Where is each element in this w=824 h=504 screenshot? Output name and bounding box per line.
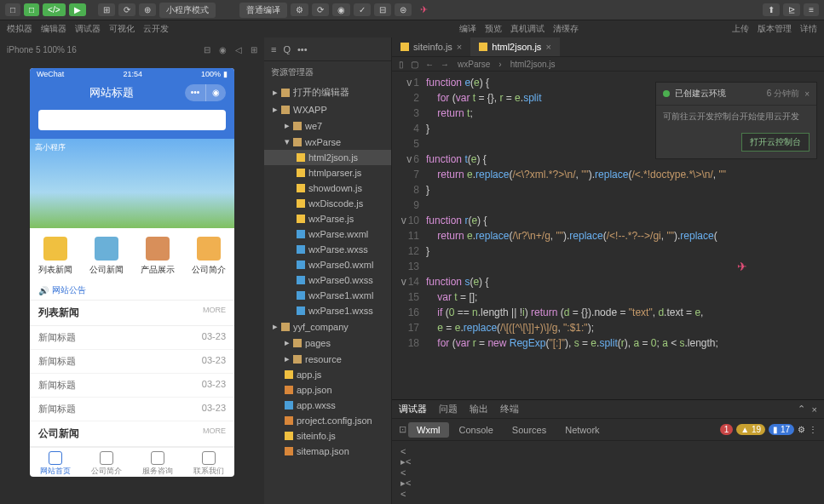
- tree-item[interactable]: ▸ yyf_company: [264, 318, 391, 335]
- tree-item[interactable]: wxParse0.wxml: [264, 257, 391, 272]
- tab-cloud[interactable]: 云开发: [143, 23, 169, 35]
- tree-item[interactable]: wxDiscode.js: [264, 196, 391, 211]
- menu-icon[interactable]: ≡: [271, 44, 276, 54]
- more-link[interactable]: MORE: [203, 427, 226, 441]
- tb-btn[interactable]: </>: [43, 3, 65, 16]
- upload-label[interactable]: 上传: [732, 23, 749, 35]
- editor-tab[interactable]: html2json.js×: [470, 37, 560, 56]
- crumb[interactable]: wxParse: [458, 60, 490, 69]
- close-icon[interactable]: ×: [812, 404, 817, 415]
- dbg-top-tab[interactable]: 调试器: [399, 403, 427, 415]
- tree-item[interactable]: wxParse.wxss: [264, 242, 391, 257]
- tb-btn[interactable]: ⊟: [374, 3, 391, 16]
- detail-label[interactable]: 详情: [800, 23, 817, 35]
- dbg-top-tab[interactable]: 问题: [439, 403, 458, 415]
- tb-btn[interactable]: ⊕: [139, 3, 156, 16]
- tb-btn[interactable]: ⊜: [395, 3, 412, 16]
- nav-item[interactable]: 产品展示: [132, 237, 183, 276]
- tree-item[interactable]: htmlparser.js: [264, 165, 391, 180]
- search-input[interactable]: [38, 110, 226, 130]
- capsule-menu[interactable]: •••◉: [185, 84, 226, 101]
- tab-simulator[interactable]: 模拟器: [7, 23, 32, 35]
- tree-item[interactable]: wxParse0.wxss: [264, 272, 391, 288]
- editor-tab[interactable]: siteinfo.js×: [392, 37, 470, 56]
- tb-btn[interactable]: ◉: [332, 3, 350, 16]
- banner[interactable]: 高小程序: [30, 139, 234, 228]
- detail-btn[interactable]: ≡: [804, 3, 819, 16]
- tabbar-item[interactable]: 联系我们: [183, 448, 234, 477]
- tree-item[interactable]: html2json.js: [264, 150, 391, 165]
- more-icon[interactable]: •••: [297, 44, 308, 54]
- inspect-icon[interactable]: ⊡: [399, 424, 406, 435]
- compile-btn[interactable]: 编译: [459, 23, 476, 35]
- dbg-tab-sources[interactable]: Sources: [504, 422, 555, 438]
- sim-icon[interactable]: ⊞: [251, 45, 257, 54]
- tb-btn[interactable]: □: [5, 3, 20, 16]
- compile-select[interactable]: 普通编译: [239, 3, 287, 18]
- tree-item[interactable]: app.json: [264, 382, 391, 398]
- sim-icon[interactable]: ⊟: [204, 45, 210, 54]
- tb-btn[interactable]: ⊞: [98, 3, 115, 16]
- sim-icon[interactable]: ◉: [219, 45, 227, 54]
- tree-item[interactable]: siteinfo.js: [264, 428, 391, 444]
- tb-btn[interactable]: □: [24, 3, 39, 16]
- tree-item[interactable]: ▸ pages: [264, 335, 391, 351]
- tab-debugger[interactable]: 调试器: [75, 23, 101, 35]
- back-icon[interactable]: ←: [425, 60, 434, 69]
- fwd-icon[interactable]: →: [441, 60, 449, 69]
- tree-item[interactable]: ▸ resource: [264, 351, 391, 367]
- list-item[interactable]: 新闻标题03-23: [30, 374, 234, 398]
- collapse-icon[interactable]: ⌃: [798, 404, 805, 415]
- bookmark-icon[interactable]: ▢: [411, 60, 418, 69]
- tb-btn[interactable]: ✓: [354, 3, 371, 16]
- gear-icon[interactable]: ⚙: [798, 425, 805, 434]
- tree-item[interactable]: ▾ wxParse: [264, 134, 391, 150]
- crumb[interactable]: html2json.js: [510, 60, 556, 69]
- tabbar-item[interactable]: 公司简介: [81, 448, 132, 477]
- bookmark-icon[interactable]: ▯: [399, 60, 404, 69]
- list-item[interactable]: 新闻标题03-23: [30, 326, 234, 350]
- tree-item[interactable]: wxParse.js: [264, 211, 391, 226]
- version-btn[interactable]: ⊵: [783, 3, 800, 16]
- dbg-top-tab[interactable]: 终端: [500, 403, 519, 415]
- mode-select[interactable]: 小程序模式: [159, 3, 216, 18]
- nav-item[interactable]: 公司简介: [183, 237, 234, 276]
- version-label[interactable]: 版本管理: [758, 23, 792, 35]
- nav-item[interactable]: 列表新闻: [30, 237, 81, 276]
- tree-item[interactable]: ▸ WXAPP: [264, 101, 391, 117]
- tab-visual[interactable]: 可视化: [109, 23, 135, 35]
- dbg-body[interactable]: <▸< <▸< <: [392, 441, 824, 504]
- tree-item[interactable]: app.js: [264, 367, 391, 382]
- dbg-tab-wxml[interactable]: Wxml: [408, 422, 449, 438]
- tb-btn[interactable]: ⟳: [312, 3, 329, 16]
- tabbar-item[interactable]: 网站首页: [30, 448, 81, 477]
- tb-btn[interactable]: ▶: [69, 3, 86, 16]
- tree-item[interactable]: wxParse.wxml: [264, 226, 391, 242]
- upload-btn[interactable]: ⬆: [763, 3, 780, 16]
- list-item[interactable]: 新闻标题03-23: [30, 398, 234, 421]
- tree-item[interactable]: ▸ 打开的编辑器: [264, 83, 391, 101]
- dbg-top-tab[interactable]: 输出: [470, 403, 488, 415]
- remote-debug-btn[interactable]: 真机调试: [510, 23, 545, 35]
- tb-btn[interactable]: ⟳: [118, 3, 135, 16]
- warn-badge[interactable]: ▲ 19: [736, 424, 765, 435]
- tree-item[interactable]: showdown.js: [264, 180, 391, 196]
- dbg-tab-network[interactable]: Network: [556, 422, 608, 438]
- close-icon[interactable]: ×: [804, 89, 810, 99]
- tree-item[interactable]: sitemap.json: [264, 444, 391, 459]
- open-cloud-button[interactable]: 打开云控制台: [741, 133, 810, 152]
- tree-item[interactable]: app.wxss: [264, 398, 391, 413]
- more-link[interactable]: MORE: [203, 306, 226, 320]
- error-badge[interactable]: 1: [720, 424, 734, 435]
- close-icon[interactable]: ×: [545, 42, 550, 52]
- tree-item[interactable]: wxParse1.wxss: [264, 303, 391, 318]
- tree-item[interactable]: project.config.json: [264, 413, 391, 428]
- search-icon[interactable]: Q: [283, 44, 291, 54]
- nav-item[interactable]: 公司新闻: [81, 237, 132, 276]
- clear-cache-btn[interactable]: 清缓存: [553, 23, 579, 35]
- tree-item[interactable]: wxParse1.wxml: [264, 288, 391, 303]
- list-item[interactable]: 新闻标题03-23: [30, 350, 234, 374]
- preview-btn[interactable]: 预览: [485, 23, 502, 35]
- sim-icon[interactable]: ◁: [235, 45, 242, 54]
- info-badge[interactable]: ▮ 17: [769, 424, 794, 435]
